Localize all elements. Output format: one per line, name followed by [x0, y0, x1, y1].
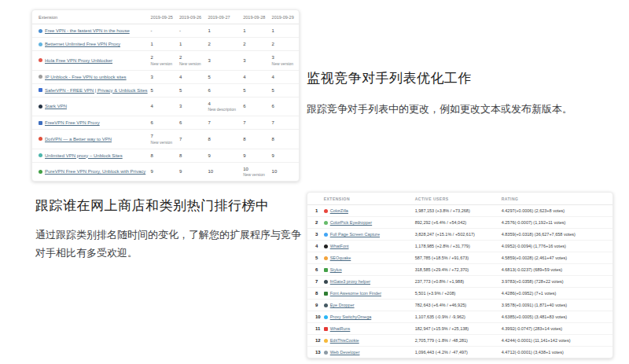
rank-value: 3 — [272, 55, 297, 60]
extension-link[interactable]: SEOquake — [330, 256, 351, 260]
stats-col-extension: Extension — [322, 193, 414, 205]
rank-value: 5 — [243, 88, 268, 93]
stats-table-row: 8Font Awesome Icon Finder5,501 (+3.9% / … — [307, 288, 612, 300]
rank-change-note: New description — [208, 107, 240, 112]
rank-value-cell: 10New version — [241, 162, 270, 181]
extension-link[interactable]: IP Unblock - Free VPN to unblock sites — [45, 75, 127, 79]
purevpn-icon — [39, 170, 42, 174]
rank-col-extension: Extension — [32, 10, 149, 24]
extension-link[interactable]: Eye Dropper — [330, 303, 355, 307]
extension-cell: Web Developer — [322, 347, 414, 358]
rank-value-cell: 1 — [270, 24, 299, 38]
rank-number: 5 — [307, 252, 322, 264]
rank-value: 1 — [151, 42, 176, 46]
extension-cell: DotVPN — a Better way to VPN — [32, 130, 149, 149]
rank-value-cell: 8 — [149, 149, 178, 162]
extension-link[interactable]: DotVPN — a Better way to VPN — [45, 137, 112, 142]
rank-table-row: PureVPN Free VPN Proxy, Unblock with Pri… — [32, 162, 299, 181]
stats-table-header-row: Extension Active users Rating — [307, 193, 612, 205]
cookie-icon — [324, 339, 328, 343]
extension-link[interactable]: Font Awesome Icon Finder — [330, 291, 381, 296]
extension-link[interactable]: EditThisCookie — [330, 338, 359, 343]
extension-cell: EditThisCookie — [322, 335, 414, 347]
rank-table-row: IP Unblock - Free VPN to unblock sites34… — [32, 70, 299, 83]
extension-cell: Stark VPN — [32, 97, 149, 116]
extension-link[interactable]: WhatFont — [330, 244, 349, 248]
rank-value-cell: 2New version — [178, 51, 206, 71]
stats-table-row: 1ColorZilla1,987,153 (+3.8% / +73,268)4.… — [307, 205, 612, 217]
extension-link[interactable]: Proxy SwitchyOmega — [330, 314, 372, 319]
rank-col-date: 2019-09-28 — [241, 10, 270, 24]
extension-cell: SaferVPN - FREE VPN | Privacy & Unblock … — [32, 83, 149, 97]
extension-link[interactable]: Betternet Unlimited Free VPN Proxy — [45, 42, 120, 46]
extension-link[interactable]: Full Page Screen Capture — [330, 232, 380, 237]
extension-cell: Eye Dropper — [322, 300, 414, 311]
extension-link[interactable]: ColorPick Eyedropper — [330, 220, 373, 225]
extension-link[interactable]: SaferVPN - FREE VPN | Privacy & Unblock … — [45, 88, 148, 93]
active-users-cell: 587,785 (+18.5% / +91,673) — [414, 252, 500, 264]
stats-table-row: 2ColorPick Eyedropper892,292 (+6.4% / +5… — [307, 217, 612, 229]
extension-link[interactable]: WhatRuns — [330, 326, 351, 331]
active-users-cell: 182,947 (+15.9% / +25,138) — [414, 323, 500, 335]
unlimited-vpn-icon — [39, 153, 42, 157]
rank-value-cell: 2 — [241, 38, 270, 51]
extension-link[interactable]: PureVPN Free VPN Proxy, Unblock with Pri… — [45, 169, 145, 174]
stats-table-row: 3Full Page Screen Capture3,828,247 (+15.… — [307, 229, 612, 241]
active-users-cell: 3,828,247 (+15.1% / +502,617) — [414, 229, 500, 241]
extension-link[interactable]: friGate3 proxy helper — [330, 279, 370, 284]
extension-link[interactable]: Stark VPN — [45, 104, 67, 108]
rank-number: 8 — [307, 288, 322, 300]
rank-value: 5 — [208, 75, 240, 79]
active-users-cell: 1,987,153 (+3.8% / +73,268) — [414, 205, 500, 217]
rank-number: 7 — [307, 276, 322, 288]
rank-col-date: 2019-09-26 — [178, 10, 206, 24]
rank-table-body: Free VPN - the fastest VPN in the house-… — [32, 24, 299, 182]
rank-table-row: Hola Free VPN Proxy Unblocker2New versio… — [32, 51, 299, 71]
active-users-cell: 1,096,443 (-4.2% / -47,497) — [414, 347, 500, 358]
rank-value-cell: 1 — [206, 24, 241, 38]
seoquake-icon — [324, 256, 328, 260]
rank-value-cell: 5 — [206, 70, 241, 83]
extension-link[interactable]: Unlimited VPN proxy – Unblock Sites — [45, 153, 123, 158]
extension-link[interactable]: ColorZilla — [330, 208, 348, 213]
extension-cell: Hola Free VPN Proxy Unblocker — [32, 51, 149, 71]
stats-table-row: 13Web Developer1,096,443 (-4.2% / -47,49… — [307, 347, 612, 358]
rank-value-cell: 4 — [270, 70, 299, 83]
rank-number: 11 — [307, 323, 322, 335]
rating-cell: 4.6385(+0.0005) (3,481+83 votes) — [500, 311, 612, 323]
extension-link[interactable]: Stylus — [330, 267, 342, 272]
rank-table-row: Unlimited VPN proxy – Unblock Sites88999 — [32, 149, 299, 162]
rank-value-cell: 3 — [241, 51, 270, 71]
rating-cell: 4.5859(+0.0028) (2,461+47 votes) — [500, 252, 612, 264]
extension-link[interactable]: Free VPN - the fastest VPN in the house — [45, 28, 130, 33]
rank-value: 10 — [208, 169, 240, 174]
rating-cell: 3.9783(+0.0358) (728+22 votes) — [500, 276, 612, 288]
rank-value: 8 — [243, 137, 268, 142]
rank-change-note: New version — [151, 140, 176, 145]
rank-value: 5 — [179, 88, 204, 93]
whatfont-icon — [324, 245, 328, 248]
stats-table-row: 5SEOquake587,785 (+18.5% / +91,673)4.585… — [307, 252, 612, 264]
extension-cell: ColorZilla — [322, 205, 414, 217]
rank-value: 1 — [272, 28, 297, 33]
rank-value-cell: 7 — [270, 116, 299, 130]
extension-cell: Free VPN - the fastest VPN in the house — [32, 24, 149, 38]
hola-icon — [39, 58, 42, 62]
rank-value-cell: 9 — [270, 149, 299, 162]
eyedropper-icon — [324, 303, 328, 307]
rank-change-note: New version — [243, 172, 268, 177]
rank-value-cell: 7 — [206, 116, 241, 130]
stats-table-row: 12EditThisCookie2,705,779 (-1.8% / -48,2… — [307, 335, 612, 347]
feature-monitor-title: 监视竞争对手列表优化工作 — [307, 69, 613, 87]
rank-value: 6 — [208, 88, 240, 93]
stats-col-rating: Rating — [500, 193, 612, 205]
rating-cell: 4.4297(+0.0006) (2,623+8 votes) — [500, 205, 612, 217]
stats-table-row: 9Eye Dropper782,643 (+6.4% / +46,925)3.9… — [307, 300, 612, 311]
extension-link[interactable]: FreeVPN Free VPN Proxy — [45, 120, 100, 125]
rank-value: 1 — [243, 28, 268, 33]
extension-cell: PureVPN Free VPN Proxy, Unblock with Pri… — [32, 162, 149, 181]
extension-link[interactable]: Web Developer — [330, 350, 360, 355]
extension-link[interactable]: Hola Free VPN Proxy Unblocker — [45, 58, 112, 63]
rank-value: 4 — [179, 75, 204, 79]
rank-value-cell: 7New version — [149, 130, 178, 149]
